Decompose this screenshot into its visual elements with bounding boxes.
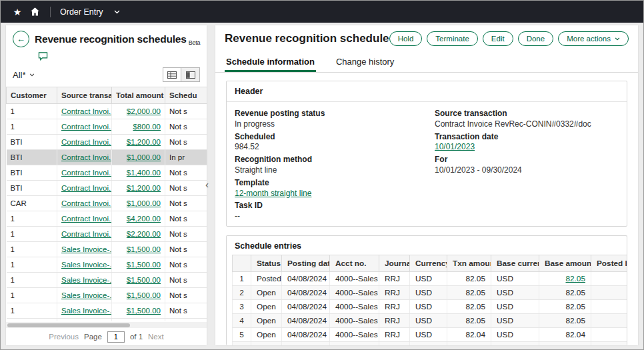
schedule-list-row[interactable]: BTIContract Invoi...$1,200.00Not s <box>7 181 207 196</box>
schedule-list-row[interactable]: 1Contract Invoi...$2,200.00Not s <box>7 227 207 242</box>
source-transaction-link[interactable]: Contract Invoi... <box>61 169 112 177</box>
horizontal-scrollbar-thumb[interactable] <box>7 323 130 327</box>
entries-column-header-base-amount[interactable]: Base amount <box>539 255 591 271</box>
schedules-list-panel: ← Revenue recognition schedulesBeta All* <box>6 25 207 345</box>
source-transaction-link[interactable]: Contract Invoi... <box>61 230 112 238</box>
schedule-list-row[interactable]: BTIContract Invoi...$1,200.00Not s <box>7 135 207 150</box>
schedule-list-row[interactable]: 1Sales Invoice-...$1,500.00Not s <box>7 242 207 257</box>
source-transaction-link[interactable]: Sales Invoice-... <box>61 245 112 253</box>
tab-schedule-information[interactable]: Schedule information <box>225 53 316 72</box>
source-transaction-link[interactable]: Sales Invoice-... <box>61 291 112 299</box>
previous-page-button[interactable]: Previous <box>49 333 79 341</box>
entries-column-header-journal[interactable]: Journal <box>379 255 410 271</box>
favorites-star-icon[interactable]: ★ <box>9 3 26 21</box>
entries-column-header-acct-no[interactable]: Acct no. <box>330 255 379 271</box>
field-revenue-posting-status: Revenue posting statusIn progress <box>235 109 419 129</box>
entry-row[interactable]: 6Open04/08/20244000--SalesRRJUSD82.04USD… <box>233 341 628 345</box>
entry-row[interactable]: 4Open04/08/20244000--SalesRRJUSD82.05USD… <box>233 313 628 327</box>
schedule-list-row[interactable]: BTIContract Invoi...$1,000.00In pr <box>7 150 207 165</box>
entry-posting-date-cell: 04/08/2024 <box>282 299 330 313</box>
total-amount-link[interactable]: $4,200.00 <box>127 215 161 223</box>
total-amount-link[interactable]: $1,200.00 <box>127 138 161 146</box>
entry-row[interactable]: 2Open04/08/20244000--SalesRRJUSD82.05USD… <box>233 285 628 299</box>
source-transaction-link[interactable]: Contract Invoi... <box>61 153 112 161</box>
field-value: Contract Invoice RevRec-CONIN#0332#doc <box>435 120 619 129</box>
source-transaction-link[interactable]: Contract Invoi... <box>61 107 112 115</box>
more-actions-button[interactable]: More actions <box>558 31 629 46</box>
feedback-bubble-icon[interactable] <box>38 51 48 63</box>
field-value-link[interactable]: 10/01/2023 <box>435 142 475 151</box>
entry-base-amount-cell: 82.04 <box>539 341 591 345</box>
terminate-button[interactable]: Terminate <box>427 31 478 46</box>
total-amount-link[interactable]: $1,000.00 <box>127 199 161 207</box>
total-amount-link[interactable]: $800.00 <box>133 123 161 131</box>
schedule-list-row[interactable]: 1Sales Invoice-...$1,500.00Not s <box>7 288 207 303</box>
entry-journal-cell: RRJ <box>379 299 410 313</box>
application-window: ★ Order Entry ‹ ← Revenue recognition sc… <box>0 0 644 350</box>
schedule-list-row[interactable]: BTIContract Invoi...$1,400.00Not s <box>7 165 207 181</box>
entries-column-header-txn-amount[interactable]: Txn amount <box>447 255 491 271</box>
total-amount-link[interactable]: $1,400.00 <box>127 169 161 177</box>
total-amount-link[interactable]: $1,500.00 <box>127 261 161 269</box>
schedule-list-row[interactable]: 1Contract Invoi...$800.00Not s <box>7 119 207 135</box>
column-header-customer[interactable]: Customer <box>7 87 57 104</box>
tab-change-history[interactable]: Change history <box>335 53 395 72</box>
entry-row[interactable]: 3Open04/08/20244000--SalesRRJUSD82.05USD… <box>233 299 628 313</box>
done-button[interactable]: Done <box>518 31 554 46</box>
column-header-total-amount[interactable]: Total amount <box>112 87 165 104</box>
schedule-list-row[interactable]: 1Contract Invoi...$2,000.00Not s <box>7 104 207 119</box>
column-header-source-transa[interactable]: Source transa... <box>57 87 112 104</box>
source-transaction-link[interactable]: Contract Invoi... <box>61 199 112 207</box>
total-amount-link[interactable]: $2,200.00 <box>127 230 161 238</box>
base-amount-link[interactable]: 82.05 <box>565 274 585 283</box>
source-transaction-link[interactable]: Contract Invoi... <box>61 138 112 146</box>
column-header-schedu[interactable]: Schedu <box>165 87 207 104</box>
entries-column-header-currency[interactable]: Currency <box>410 255 447 271</box>
schedule-list-row[interactable]: 1Sales Invoice-...$1,500.00Not s <box>7 303 207 319</box>
entries-column-header-posted-base-amount[interactable]: Posted base amount <box>591 255 628 271</box>
page-number-input[interactable] <box>107 331 125 343</box>
entries-column-header-blank[interactable] <box>233 255 251 271</box>
total-amount-link[interactable]: $1,500.00 <box>127 291 161 299</box>
source-transaction-cell: Contract Invoi... <box>57 165 112 181</box>
home-icon[interactable] <box>26 3 43 21</box>
entry-row[interactable]: 5Open04/08/20244000--SalesRRJUSD82.04USD… <box>233 327 628 341</box>
total-amount-link[interactable]: $1,200.00 <box>127 184 161 192</box>
schedule-list-row[interactable]: 1Sales Invoice-...$1,500.00On h <box>7 319 207 322</box>
total-amount-link[interactable]: $1,500.00 <box>127 276 161 284</box>
back-button[interactable]: ← <box>13 31 29 47</box>
hold-button[interactable]: Hold <box>389 31 423 46</box>
source-transaction-link[interactable]: Sales Invoice-... <box>61 307 112 315</box>
schedule-list-row[interactable]: CARContract Invoi...$1,000.00Not s <box>7 196 207 211</box>
filter-dropdown[interactable]: All* <box>13 70 35 80</box>
horizontal-scrollbar[interactable] <box>6 322 207 328</box>
edit-button[interactable]: Edit <box>483 31 513 46</box>
schedule-list-row[interactable]: 1Sales Invoice-...$1,500.00Not s <box>7 257 207 273</box>
source-transaction-link[interactable]: Contract Invoi... <box>61 215 112 223</box>
entries-column-header-base-currency[interactable]: Base currency <box>491 255 539 271</box>
field-scheduled: Scheduled984.52 <box>235 133 419 153</box>
source-transaction-link[interactable]: Sales Invoice-... <box>61 261 112 269</box>
entries-column-header-status[interactable]: Status <box>251 255 282 271</box>
source-transaction-link[interactable]: Contract Invoi... <box>61 123 112 131</box>
split-view-icon[interactable] <box>181 67 200 82</box>
entry-posting-date-cell: 04/08/2024 <box>282 271 330 285</box>
entries-column-header-posting-date[interactable]: Posting date <box>282 255 330 271</box>
table-view-icon[interactable] <box>163 67 181 82</box>
entry-row[interactable]: 1Posted04/08/20244000--SalesRRJUSD82.05U… <box>233 271 628 285</box>
total-amount-link[interactable]: $2,000.00 <box>127 107 161 115</box>
app-menu-dropdown[interactable]: Order Entry <box>57 7 123 17</box>
field-label: Task ID <box>235 201 419 211</box>
total-amount-link[interactable]: $1,000.00 <box>127 153 161 161</box>
total-amount-link[interactable]: $1,500.00 <box>127 245 161 253</box>
total-amount-link[interactable]: $1,500.00 <box>127 307 161 315</box>
source-transaction-link[interactable]: Sales Invoice-... <box>61 276 112 284</box>
next-page-button[interactable]: Next <box>148 333 164 341</box>
schedule-list-row[interactable]: 1Contract Invoi...$4,200.00Not s <box>7 211 207 227</box>
source-transaction-link[interactable]: Contract Invoi... <box>61 184 112 192</box>
field-value-link[interactable]: 12-month straight line <box>235 189 311 198</box>
total-amount-cell: $2,000.00 <box>112 104 165 119</box>
list-filter-row: All* <box>6 62 207 87</box>
entries-table: StatusPosting dateAcct no.JournalCurrenc… <box>232 255 627 345</box>
schedule-list-row[interactable]: 1Sales Invoice-...$1,500.00Not s <box>7 273 207 288</box>
